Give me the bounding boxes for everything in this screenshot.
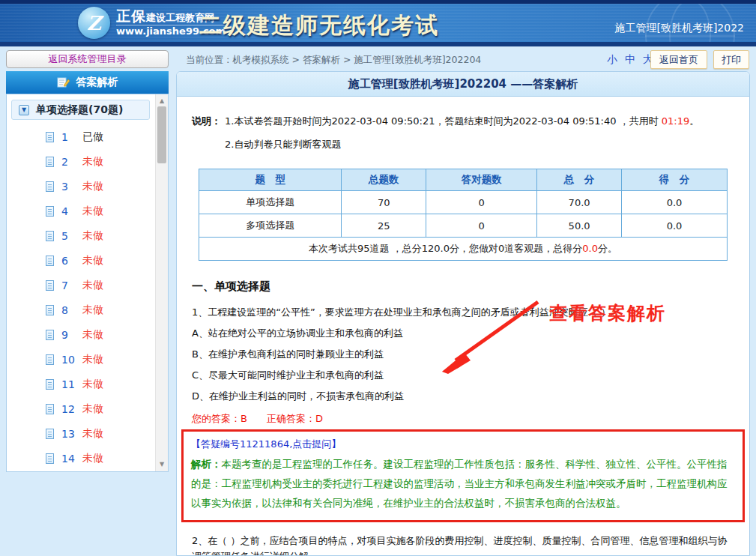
- question-number: 10: [61, 354, 75, 366]
- chevron-down-icon[interactable]: ▼: [19, 105, 29, 115]
- col-total-count: 总题数: [342, 169, 426, 191]
- back-to-admin-button[interactable]: 返回系统管理目录: [6, 50, 169, 68]
- question-number: 4: [61, 205, 75, 217]
- question-group-toggle[interactable]: ▼ 单项选择题(70题): [11, 100, 150, 120]
- question-number: 7: [61, 279, 75, 291]
- question-status: 未做: [82, 180, 103, 193]
- document-icon: [46, 429, 54, 439]
- question-status: 未做: [82, 254, 103, 268]
- document-icon: [46, 181, 54, 192]
- toolbar: 返回系统管理目录 当前位置：机考模拟系统 > 答案解析 > 施工管理[致胜机考班…: [0, 46, 756, 71]
- question-number: 11: [61, 378, 75, 390]
- cell-total: 25: [342, 214, 426, 238]
- question-item-6[interactable]: 6未做: [7, 248, 154, 273]
- question-number: 6: [61, 255, 75, 267]
- print-button[interactable]: 打印: [713, 50, 749, 69]
- col-earned-score: 得 分: [621, 169, 727, 191]
- question-item-13[interactable]: 13未做: [7, 421, 154, 446]
- question-1-option-d: D、在维护业主利益的同时，不损害承包商的利益: [192, 388, 734, 404]
- logo-z-icon: Z: [78, 7, 110, 39]
- question-item-4[interactable]: 4未做: [7, 199, 154, 223]
- question-number: 2: [61, 156, 75, 168]
- analysis-box-highlighted: 【答疑编号11211864,点击提问】 解析：本题考查的是工程监理的工作任务。建…: [181, 429, 745, 522]
- question-item-3[interactable]: 3未做: [7, 174, 154, 199]
- document-icon: [46, 231, 54, 241]
- score-table-header-row: 题 型 总题数 答对题数 总 分 得 分: [199, 169, 728, 191]
- question-item-1[interactable]: 1已做: [7, 124, 154, 149]
- question-item-5[interactable]: 5未做: [7, 223, 154, 248]
- answer-line: 您的答案：B正确答案：D: [192, 411, 734, 426]
- table-summary-row: 本次考试共95道题 ，总分120.0分，您做对0道客观题，总得分0.0分。: [199, 238, 728, 261]
- question-group-label: 单项选择题(70题): [36, 103, 123, 117]
- question-nav-panel: ▼ 单项选择题(70题) 1已做 2未做 3未做 4未做 5未做 6未做 7未做…: [6, 94, 169, 472]
- document-icon: [46, 256, 54, 266]
- question-list: 1已做 2未做 3未做 4未做 5未做 6未做 7未做 8未做 9未做 10未做…: [7, 124, 154, 471]
- score-table: 题 型 总题数 答对题数 总 分 得 分 单项选择题 70 0 70.0 0.0…: [199, 169, 728, 261]
- table-row: 单项选择题 70 0 70.0 0.0: [199, 191, 728, 214]
- question-status: 未做: [82, 205, 103, 218]
- question-status: 未做: [82, 328, 103, 342]
- cell-type: 单项选择题: [199, 191, 342, 214]
- document-icon: [46, 354, 54, 365]
- question-status: 未做: [82, 353, 103, 366]
- ask-question-link[interactable]: 【答疑编号11211864,点击提问】: [191, 438, 735, 451]
- question-number: 14: [61, 453, 75, 465]
- font-size-controls: 小 中 大: [607, 53, 653, 67]
- cell-correct: 0: [426, 214, 537, 238]
- question-number: 5: [61, 230, 75, 242]
- question-number: 8: [61, 304, 75, 316]
- question-status: 未做: [82, 303, 103, 317]
- notice-line-2: 2.自动判卷只能判断客观题: [225, 138, 699, 151]
- question-number: 1: [61, 131, 75, 143]
- cell-score: 70.0: [537, 191, 622, 214]
- col-correct-count: 答对题数: [426, 169, 537, 191]
- question-number: 9: [61, 329, 75, 341]
- scroll-down-icon[interactable]: ▼: [156, 459, 168, 470]
- page-title: 二级建造师无纸化考试: [199, 10, 439, 41]
- question-item-8[interactable]: 8未做: [7, 297, 154, 322]
- notice-block: 说明： 1.本试卷答题开始时间为2022-03-04 09:50:21，答题结束…: [177, 97, 749, 164]
- cell-total: 70: [342, 191, 426, 214]
- document-icon: [46, 379, 54, 390]
- col-total-score: 总 分: [537, 169, 622, 191]
- table-row: 多项选择题 25 0 50.0 0.0: [199, 214, 728, 238]
- annotation-view-analysis-label: 查看答案解析: [549, 301, 666, 325]
- question-1-option-b: B、在维护承包商利益的同时兼顾业主的利益: [192, 346, 734, 362]
- question-status: 未做: [82, 378, 103, 391]
- notice-line-1: 1.本试卷答题开始时间为2022-03-04 09:50:21，答题结束时间为2…: [225, 115, 699, 128]
- font-size-medium[interactable]: 中: [625, 53, 635, 67]
- back-home-button[interactable]: 返回首页: [650, 50, 707, 69]
- document-icon: [46, 132, 54, 142]
- question-item-2[interactable]: 2未做: [7, 149, 154, 174]
- sidebar-header-title: 答案解析: [76, 76, 118, 89]
- scrollbar-thumb[interactable]: [157, 106, 166, 163]
- question-item-7[interactable]: 7未做: [7, 273, 154, 297]
- col-question-type: 题 型: [199, 169, 342, 191]
- question-number: 13: [61, 428, 75, 440]
- question-item-14[interactable]: 14未做: [7, 446, 154, 471]
- course-label: 施工管理[致胜机考班]2022: [614, 22, 744, 35]
- section-heading: 一、单项选择题: [192, 279, 749, 294]
- sidebar-scrollbar[interactable]: ▲ ▼: [155, 94, 168, 471]
- question-status: 未做: [82, 452, 103, 465]
- cell-earned: 0.0: [621, 191, 727, 214]
- question-status: 已做: [82, 130, 103, 144]
- scroll-up-icon[interactable]: ▲: [156, 96, 168, 106]
- question-item-9[interactable]: 9未做: [7, 322, 154, 347]
- document-icon: [46, 305, 54, 315]
- your-answer: 您的答案：B: [192, 413, 247, 424]
- question-item-12[interactable]: 12未做: [7, 396, 154, 421]
- question-item-10[interactable]: 10未做: [7, 347, 154, 372]
- correct-answer: 正确答案：D: [267, 413, 323, 424]
- question-2-text: 2、在（ ）之前，应结合项目的特点，对项目实施各阶段的费用控制、进度控制、质量控…: [192, 533, 734, 556]
- question-2-block: 2、在（ ）之前，应结合项目的特点，对项目实施各阶段的费用控制、进度控制、质量控…: [192, 533, 734, 556]
- summary-cell: 本次考试共95道题 ，总分120.0分，您做对0道客观题，总得分0.0分。: [199, 238, 728, 261]
- document-icon: [46, 157, 54, 167]
- app-header: Z 正保建设工程教育网 www.jianshe99.com 二级建造师无纸化考试…: [0, 0, 756, 46]
- answer-analysis-icon: [57, 76, 70, 88]
- font-size-small[interactable]: 小: [607, 53, 617, 67]
- cell-earned: 0.0: [621, 214, 727, 238]
- cell-type: 多项选择题: [199, 214, 342, 238]
- question-item-11[interactable]: 11未做: [7, 372, 154, 396]
- total-earned-score: 0.0: [582, 243, 598, 254]
